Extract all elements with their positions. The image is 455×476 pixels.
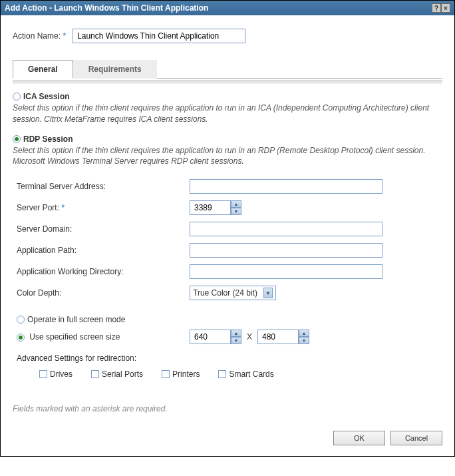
serial-ports-label: Serial Ports <box>102 369 143 379</box>
fullscreen-radio[interactable] <box>17 316 25 324</box>
app-workdir-input[interactable] <box>190 264 382 279</box>
required-asterisk: * <box>63 31 66 41</box>
button-row: OK Cancel <box>13 431 442 445</box>
rdp-option: RDP Session Select this option if the th… <box>13 134 442 168</box>
titlebar: Add Action - Launch Windows Thin Client … <box>1 1 454 15</box>
close-button[interactable]: × <box>441 3 450 13</box>
tab-general[interactable]: General <box>13 60 73 79</box>
serial-ports-checkbox[interactable] <box>91 370 99 378</box>
specified-radio[interactable] <box>17 334 25 342</box>
app-path-label: Application Path: <box>17 246 190 255</box>
height-down-icon[interactable]: ▼ <box>299 337 309 344</box>
footer-note: Fields marked with an asterisk are requi… <box>13 404 442 413</box>
server-port-spinner: ▲ ▼ <box>190 200 241 215</box>
ica-description: Select this option if the thin client re… <box>13 103 442 125</box>
screen-mode-section: Operate in full screen mode Use specifie… <box>17 315 442 344</box>
color-depth-label: Color Depth: <box>17 288 190 298</box>
ica-option: ICA Session Select this option if the th… <box>13 92 442 125</box>
server-port-down-icon[interactable]: ▼ <box>231 208 241 215</box>
rdp-description: Select this option if the thin client re… <box>13 145 442 168</box>
window-title: Add Action - Launch Windows Thin Client … <box>5 3 208 13</box>
help-button[interactable]: ? <box>432 3 441 13</box>
app-path-input[interactable] <box>190 243 382 258</box>
server-domain-label: Server Domain: <box>17 224 190 234</box>
smart-cards-label: Smart Cards <box>229 369 273 379</box>
height-input[interactable] <box>257 330 299 344</box>
printers-checkbox[interactable] <box>162 370 170 378</box>
width-spinner: ▲ ▼ <box>190 330 241 344</box>
action-name-label: Action Name: * <box>13 31 66 41</box>
rdp-radio-row: RDP Session <box>13 134 442 144</box>
server-domain-input[interactable] <box>190 222 382 236</box>
advanced-checkboxes: Drives Serial Ports Printers Smart Cards <box>39 369 442 379</box>
color-depth-value: True Color (24 bit) <box>193 288 257 298</box>
ica-radio[interactable] <box>13 93 21 101</box>
rdp-radio[interactable] <box>13 135 21 143</box>
action-name-input[interactable] <box>73 29 245 43</box>
dialog-content: Action Name: * General Requirements ICA … <box>1 15 454 456</box>
tab-requirements[interactable]: Requirements <box>73 60 157 79</box>
width-input[interactable] <box>190 330 231 344</box>
width-up-icon[interactable]: ▲ <box>231 330 241 337</box>
x-separator: X <box>247 332 252 342</box>
dialog-window: Add Action - Launch Windows Thin Client … <box>0 0 455 457</box>
specified-label: Use specified screen size <box>29 332 120 342</box>
rdp-label: RDP Session <box>23 134 73 144</box>
terminal-server-input[interactable] <box>190 179 382 194</box>
ica-radio-row: ICA Session <box>13 92 442 101</box>
height-up-icon[interactable]: ▲ <box>299 330 309 337</box>
drives-checkbox[interactable] <box>39 370 47 378</box>
rdp-form: Terminal Server Address: Server Port: * … <box>17 179 442 300</box>
tab-underline <box>13 80 442 84</box>
ica-label: ICA Session <box>23 92 70 101</box>
drives-label: Drives <box>50 369 73 379</box>
required-asterisk: * <box>61 203 65 212</box>
server-port-up-icon[interactable]: ▲ <box>231 200 241 208</box>
chevron-down-icon: ▼ <box>263 288 273 298</box>
app-workdir-label: Application Working Directory: <box>17 267 190 276</box>
fullscreen-label: Operate in full screen mode <box>27 315 125 324</box>
advanced-label: Advanced Settings for redirection: <box>17 354 442 363</box>
action-name-row: Action Name: * <box>13 29 442 43</box>
width-down-icon[interactable]: ▼ <box>231 337 241 344</box>
height-spinner: ▲ ▼ <box>257 330 309 344</box>
color-depth-select[interactable]: True Color (24 bit) ▼ <box>190 286 276 300</box>
ok-button[interactable]: OK <box>333 431 385 445</box>
titlebar-buttons: ? × <box>432 3 450 13</box>
specified-size-row: Use specified screen size <box>17 332 190 342</box>
terminal-server-label: Terminal Server Address: <box>17 182 190 191</box>
server-port-input[interactable] <box>190 200 231 215</box>
server-port-label: Server Port: * <box>17 203 190 212</box>
printers-label: Printers <box>172 369 200 379</box>
cancel-button[interactable]: Cancel <box>390 431 442 445</box>
tab-strip: General Requirements <box>13 59 442 79</box>
smart-cards-checkbox[interactable] <box>218 370 226 378</box>
